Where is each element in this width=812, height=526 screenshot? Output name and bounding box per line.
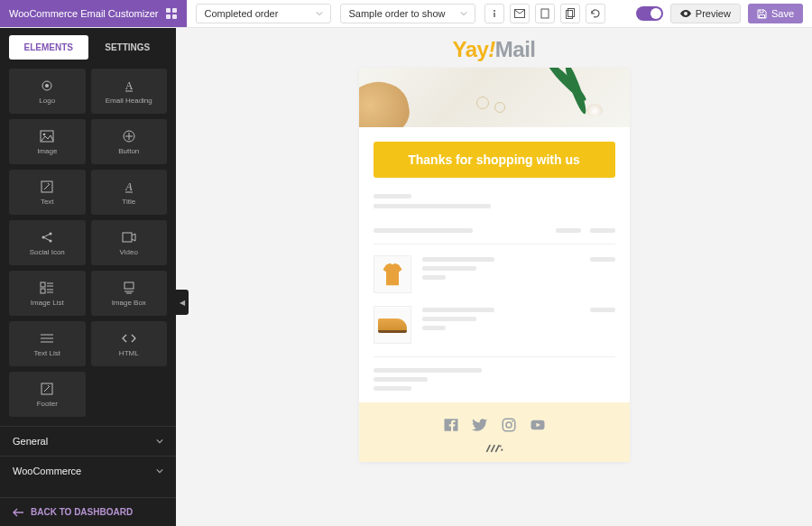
- youtube-icon[interactable]: [530, 417, 546, 433]
- footer-mark-icon: [485, 444, 503, 453]
- grid-icon[interactable]: [165, 7, 178, 20]
- element-label: Video: [120, 248, 138, 256]
- element-label: Image List: [31, 299, 64, 307]
- enable-toggle[interactable]: [636, 6, 663, 21]
- chevron-down-icon: [460, 10, 467, 17]
- facebook-icon[interactable]: [443, 417, 459, 433]
- email-body: Thanks for shopping with us: [359, 127, 630, 402]
- accordion-woocommerce[interactable]: WooCommerce: [0, 456, 176, 485]
- video-icon: [122, 230, 136, 245]
- element-image[interactable]: Image: [9, 119, 86, 164]
- title-icon: A: [122, 180, 136, 194]
- element-social-icon[interactable]: Social Icon: [9, 220, 86, 265]
- svg-rect-24: [41, 282, 45, 287]
- back-label: BACK TO DASHBOARD: [31, 507, 133, 517]
- element-text-list[interactable]: Text List: [9, 321, 86, 366]
- svg-point-39: [512, 420, 513, 422]
- back-to-dashboard[interactable]: BACK TO DASHBOARD: [0, 497, 176, 526]
- image-icon: [40, 129, 54, 143]
- accordion-label: WooCommerce: [13, 466, 81, 476]
- element-footer[interactable]: Footer: [9, 372, 86, 417]
- product-image-shoe: [374, 306, 411, 344]
- svg-rect-23: [123, 233, 132, 242]
- reset-button[interactable]: [586, 4, 605, 23]
- svg-rect-3: [541, 9, 549, 18]
- accordion-general[interactable]: General: [0, 427, 176, 456]
- logo-part-exclaim: !: [488, 37, 495, 61]
- canvas[interactable]: Yay!Mail Thanks for shopping with us: [176, 28, 812, 526]
- product-price: [590, 306, 615, 312]
- svg-point-11: [43, 133, 46, 135]
- send-test-button[interactable]: [510, 4, 530, 23]
- footer-icon: [40, 382, 54, 396]
- element-image-list[interactable]: Image List: [9, 271, 86, 316]
- chevron-down-icon: [156, 467, 163, 475]
- instagram-icon[interactable]: [501, 417, 517, 433]
- svg-text:A: A: [125, 79, 133, 92]
- product-row: [374, 255, 615, 293]
- topbar-right: Preview Save: [636, 4, 812, 23]
- element-video[interactable]: Video: [91, 220, 168, 265]
- brand-title: WooCommerce Email Customizer: [9, 8, 158, 19]
- main: ELEMENTS SETTINGS Logo A Email Heading I…: [0, 28, 812, 526]
- svg-rect-4: [567, 11, 573, 19]
- preview-button[interactable]: Preview: [670, 4, 741, 23]
- eye-icon: [680, 8, 691, 19]
- info-button[interactable]: [484, 4, 504, 23]
- text-icon: [40, 180, 54, 194]
- element-label: Image: [37, 147, 57, 155]
- svg-text:A: A: [125, 180, 133, 193]
- email-type-select[interactable]: Completed order: [196, 4, 331, 23]
- twitter-icon[interactable]: [472, 417, 488, 433]
- copy-button[interactable]: [560, 4, 580, 23]
- svg-point-42: [501, 449, 503, 451]
- brand-bar: WooCommerce Email Customizer: [0, 0, 187, 27]
- email-footer: [359, 402, 630, 462]
- element-email-heading[interactable]: A Email Heading: [91, 69, 168, 114]
- image-list-icon: [40, 281, 54, 295]
- element-label: Button: [118, 147, 139, 155]
- sample-order-select[interactable]: Sample order to show: [340, 4, 475, 23]
- tab-elements[interactable]: ELEMENTS: [9, 35, 88, 60]
- svg-line-21: [44, 234, 50, 236]
- element-label: Email Heading: [106, 97, 152, 105]
- logo-part-mail: Mail: [495, 37, 536, 61]
- footer-text-placeholder: [374, 368, 615, 391]
- heading-icon: A: [122, 78, 136, 93]
- save-label: Save: [771, 8, 794, 19]
- element-title[interactable]: A Title: [91, 170, 168, 215]
- sidebar-collapse-handle[interactable]: ◀: [176, 290, 189, 315]
- intro-text-placeholder: [374, 194, 615, 208]
- social-icons: [443, 417, 546, 433]
- save-button[interactable]: Save: [748, 4, 803, 23]
- product-info: [422, 306, 579, 335]
- element-label: Social Icon: [30, 248, 65, 256]
- svg-rect-5: [568, 9, 575, 17]
- product-row: [374, 306, 615, 344]
- tab-settings[interactable]: SETTINGS: [88, 35, 168, 60]
- element-logo[interactable]: Logo: [9, 69, 86, 114]
- element-label: HTML: [119, 349, 139, 357]
- product-info: [422, 255, 579, 284]
- email-preview[interactable]: Thanks for shopping with us: [359, 68, 630, 462]
- element-label: Title: [122, 198, 135, 206]
- sidebar: ELEMENTS SETTINGS Logo A Email Heading I…: [0, 28, 176, 526]
- topbar: WooCommerce Email Customizer Completed o…: [0, 0, 812, 28]
- headline[interactable]: Thanks for shopping with us: [374, 142, 615, 178]
- chevron-down-icon: [156, 438, 163, 445]
- svg-rect-1: [494, 13, 495, 17]
- image-box-icon: [122, 281, 136, 295]
- chevron-down-icon: [316, 10, 323, 17]
- sidebar-accordion: General WooCommerce: [0, 426, 176, 485]
- svg-line-22: [44, 237, 50, 240]
- element-text[interactable]: Text: [9, 170, 86, 215]
- element-label: Text: [41, 198, 54, 206]
- element-button[interactable]: Button: [91, 119, 168, 164]
- product-image-tshirt: [374, 255, 411, 293]
- element-html[interactable]: HTML: [91, 321, 168, 366]
- page-button[interactable]: [535, 4, 555, 23]
- sidebar-tabs: ELEMENTS SETTINGS: [0, 28, 176, 60]
- product-price: [590, 255, 615, 262]
- element-image-box[interactable]: Image Box: [91, 271, 168, 316]
- svg-rect-27: [41, 289, 45, 293]
